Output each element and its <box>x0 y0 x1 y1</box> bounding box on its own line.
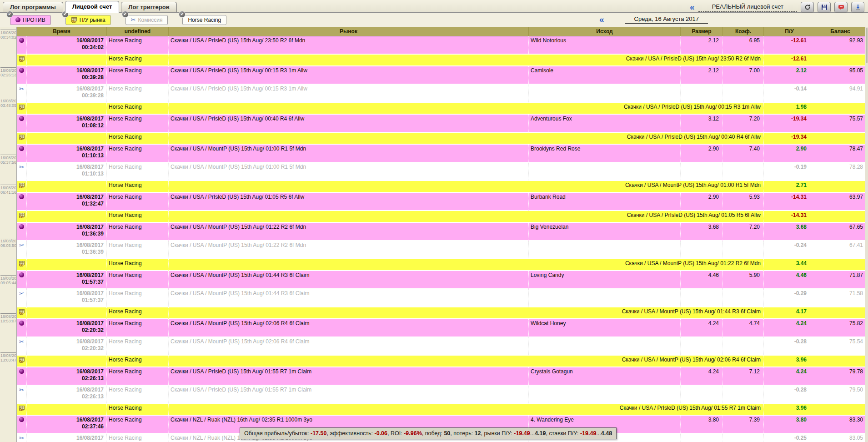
pl-cell: 2.12 <box>764 66 815 85</box>
market-cell: Скачки / USA / MountP (US) 15th Aug/ 01:… <box>169 271 529 289</box>
row-type-icon-cell <box>17 319 27 337</box>
checkmark-icon[interactable]: ✔ <box>6 11 13 18</box>
time-cell: 16/08/201700:39:28 <box>27 85 107 103</box>
filter-commission[interactable]: ✔ ✂ Комиссия <box>125 15 168 25</box>
sport-cell: Horse Racing <box>107 181 169 193</box>
commission-row[interactable]: ✂16/08/201702:26:13Horse RacingСкачки / … <box>17 386 865 404</box>
bet-row[interactable]: 16/08/201700:39:28Horse RacingСкачки / U… <box>17 66 865 85</box>
sport-cell: Horse Racing <box>107 241 169 259</box>
market-pl-row[interactable]: Horse RacingСкачки / USA / PrIsleD (US) … <box>17 211 865 223</box>
col-market[interactable]: Рынок <box>169 27 529 36</box>
scrollbar-thumb[interactable] <box>866 28 868 63</box>
checkmark-icon[interactable]: ✔ <box>179 11 186 18</box>
market-cell: Скачки / USA / PrIsleD (US) 15th Aug/ 01… <box>169 193 529 211</box>
bet-row[interactable]: 16/08/201701:32:47Horse RacingСкачки / U… <box>17 193 865 211</box>
col-balance[interactable]: Баланс <box>815 27 865 36</box>
tab-account-statement[interactable]: Лицевой счет <box>65 1 120 13</box>
account-name[interactable]: РЕАЛЬНЫЙ лицевой счет <box>698 3 797 12</box>
commission-row[interactable]: ✂16/08/201701:10:13Horse RacingСкачки / … <box>17 163 865 181</box>
size-cell: 2.12 <box>681 66 723 85</box>
summary-segment: , ставки П/У: <box>546 430 580 437</box>
commission-row[interactable]: ✂16/08/201702:20:32Horse RacingСкачки / … <box>17 337 865 356</box>
sport-cell: Horse Racing <box>107 103 169 115</box>
balance-cell <box>815 307 865 319</box>
filter-sport[interactable]: ✔ Horse Racing <box>182 15 226 25</box>
market-pl-row[interactable]: Horse RacingСкачки / USA / MountP (US) 1… <box>17 356 865 367</box>
col-size[interactable]: Размер <box>681 27 723 36</box>
commission-row[interactable]: ✂16/08/201701:36:39Horse RacingСкачки / … <box>17 241 865 259</box>
tab-program-log[interactable]: Лог программы <box>3 2 63 12</box>
time-scale-mark: 16/08/20102:26:13 <box>0 67 16 77</box>
market-pl-row[interactable]: Horse RacingСкачки / USA / MountP (US) 1… <box>17 181 865 193</box>
save-icon <box>821 4 828 10</box>
sport-cell: Horse Racing <box>107 259 169 271</box>
time-scale-mark: 16/08/20106:41:16 <box>0 185 16 195</box>
outcome-cell: Adventurous Fox <box>529 115 681 133</box>
size-cell <box>681 289 723 307</box>
row-type-icon-cell <box>17 103 27 115</box>
refresh-button[interactable] <box>801 2 814 13</box>
time-cell <box>27 259 107 271</box>
market-pl-icon <box>19 134 25 140</box>
time-scale-mark: 16/08/20108:05:50 <box>0 238 16 248</box>
market-pl-row[interactable]: Horse RacingСкачки / USA / PrIsleD (US) … <box>17 55 865 66</box>
pl-cell: -12.61 <box>764 36 815 55</box>
bet-row[interactable]: 16/08/201701:10:13Horse RacingСкачки / U… <box>17 145 865 163</box>
commission-row[interactable]: ✂16/08/201701:57:37Horse RacingСкачки / … <box>17 289 865 307</box>
bet-row[interactable]: 16/08/201702:26:13Horse RacingСкачки / U… <box>17 367 865 386</box>
time-cell: 16/08/201701:08:12 <box>27 115 107 133</box>
row-type-icon-cell: ✂ <box>17 163 27 181</box>
bet-row[interactable]: 16/08/201702:20:32Horse RacingСкачки / U… <box>17 319 865 337</box>
filter-market-pl[interactable]: ✔ П/У рынка <box>65 15 111 25</box>
col-outcome[interactable]: Исход <box>529 27 681 36</box>
market-pl-row[interactable]: Horse RacingСкачки / USA / PrIsleD (US) … <box>17 404 865 416</box>
market-cell: Скачки / USA / MountP (US) 15th Aug/ 01:… <box>169 223 529 241</box>
commission-icon: ✂ <box>19 290 24 297</box>
row-type-icon-cell <box>17 55 27 66</box>
time-cell <box>27 133 107 145</box>
comment-button[interactable] <box>834 2 848 13</box>
summary-segment: 4.19 <box>535 430 546 437</box>
pl-cell: 3.96 <box>764 404 815 416</box>
pl-cell: 2.90 <box>764 145 815 163</box>
market-pl-row[interactable]: Horse RacingСкачки / USA / PrIsleD (US) … <box>17 133 865 145</box>
download-button[interactable] <box>851 2 864 13</box>
col-time[interactable]: Время <box>17 27 107 36</box>
bet-row[interactable]: 16/08/201701:36:39Horse RacingСкачки / U… <box>17 223 865 241</box>
scissors-icon: ✂ <box>131 17 136 23</box>
chevron-left-icon[interactable]: « <box>690 4 695 10</box>
vertical-scrollbar[interactable] <box>865 27 868 442</box>
odds-cell: 5.90 <box>723 271 764 289</box>
row-type-icon-cell <box>17 36 27 55</box>
lay-bet-icon <box>19 194 24 199</box>
chevron-left-icon[interactable]: « <box>599 16 604 23</box>
bet-row[interactable]: 16/08/201700:34:02Horse RacingСкачки / U… <box>17 36 865 55</box>
col-pl[interactable]: П/У <box>764 27 815 36</box>
summary-segment: -19.49 <box>514 430 530 437</box>
col-odds[interactable]: Коэф. <box>723 27 764 36</box>
balance-cell: 75.82 <box>815 319 865 337</box>
market-pl-icon <box>19 212 25 218</box>
time-cell: 16/08/201701:10:13 <box>27 145 107 163</box>
bet-row[interactable]: 16/08/201701:08:12Horse RacingСкачки / U… <box>17 115 865 133</box>
filter-lay-bets[interactable]: ✔ ПРОТИВ <box>10 15 51 25</box>
tab-bar: Лог программы Лицевой счет Лог триггеров… <box>0 0 868 13</box>
market-pl-row[interactable]: Horse RacingСкачки / USA / MountP (US) 1… <box>17 307 865 319</box>
current-date[interactable]: Среда, 16 Августа 2017 <box>625 15 708 24</box>
time-cell: 16/08/201701:57:37 <box>27 271 107 289</box>
outcome-cell <box>529 163 681 181</box>
market-pl-row[interactable]: Horse RacingСкачки / USA / PrIsleD (US) … <box>17 103 865 115</box>
balance-cell: 79.78 <box>815 367 865 386</box>
time-scale-mark: 16/08/20105:37:58 <box>0 155 16 165</box>
bet-row[interactable]: 16/08/201701:57:37Horse RacingСкачки / U… <box>17 271 865 289</box>
pl-cell: -0.28 <box>764 337 815 356</box>
market-pl-icon <box>71 17 77 23</box>
checkmark-icon[interactable]: ✔ <box>122 11 129 18</box>
tab-trigger-log[interactable]: Лог триггеров <box>121 2 176 12</box>
commission-row[interactable]: ✂16/08/201700:39:28Horse RacingСкачки / … <box>17 85 865 103</box>
save-button[interactable] <box>818 2 831 13</box>
odds-cell: 7.20 <box>723 223 764 241</box>
sport-cell: Horse Racing <box>107 36 169 55</box>
col-undefined[interactable]: undefined <box>107 27 169 36</box>
market-pl-row[interactable]: Horse RacingСкачки / USA / MountP (US) 1… <box>17 259 865 271</box>
